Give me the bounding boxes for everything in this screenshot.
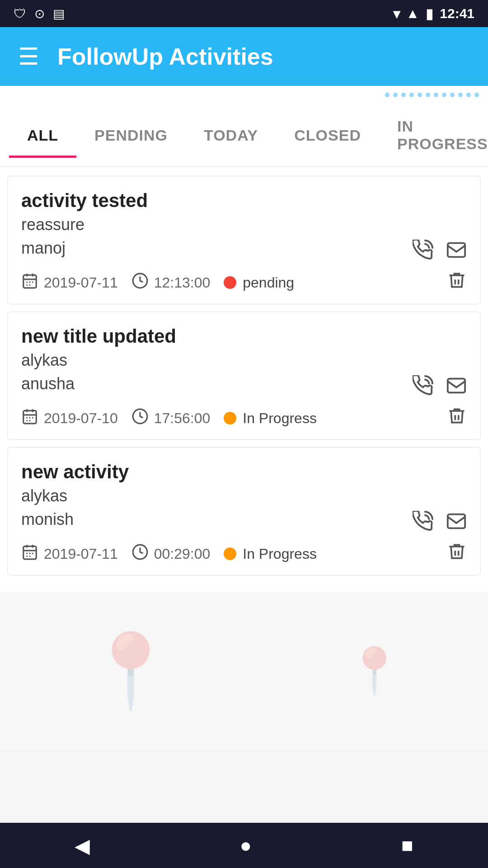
dot-2 — [393, 93, 398, 97]
dot-8 — [442, 93, 446, 97]
nav-home-button[interactable]: ● — [239, 834, 252, 857]
card-3-name-row: monish — [21, 507, 467, 532]
card-2-delete-button[interactable] — [447, 406, 467, 430]
nav-recent-button[interactable]: ■ — [401, 834, 413, 857]
activity-card-2[interactable]: new title updated alykas anusha — [7, 311, 481, 440]
card-1-name-row: manoj — [21, 236, 467, 260]
card-1-time-item: 12:13:00 — [131, 272, 211, 293]
card-2-meta-left: 2019-07-10 17:56:00 In Progress — [21, 408, 317, 429]
card-3-clock-icon — [131, 543, 149, 565]
status-bar-right: ▾ ▲ ▮ 12:41 — [393, 6, 474, 22]
card-3-email-button[interactable] — [446, 507, 467, 532]
svg-rect-12 — [448, 514, 465, 528]
bottom-nav: ◀ ● ■ — [0, 823, 488, 868]
card-3-calendar-icon — [21, 543, 38, 565]
card-3-date: 2019-07-11 — [44, 546, 118, 562]
card-3-subtitle: alykas — [21, 486, 467, 505]
card-2-clock-icon — [131, 408, 149, 429]
card-1-title: activity tested — [21, 190, 467, 212]
activities-list: activity tested reassure manoj — [0, 167, 488, 592]
dot-10 — [458, 93, 463, 97]
card-1-call-button[interactable] — [413, 236, 433, 260]
tab-all[interactable]: ALL — [9, 113, 76, 158]
pin-icon-right: 📍 — [346, 644, 403, 698]
card-1-email-button[interactable] — [446, 236, 467, 260]
tab-bar: ALL PENDING TODAY CLOSED IN PROGRESS — [0, 104, 488, 167]
dots-decoration — [385, 93, 479, 97]
card-3-person: monish — [21, 510, 74, 529]
card-3-call-button[interactable] — [413, 507, 433, 532]
dot-4 — [409, 93, 414, 97]
card-2-person: anusha — [21, 374, 75, 393]
card-2-date-item: 2019-07-10 — [21, 408, 118, 429]
card-2-title: new title updated — [21, 326, 467, 347]
card-3-icons — [413, 507, 467, 532]
card-2-status-badge: In Progress — [224, 410, 317, 427]
card-1-date-item: 2019-07-11 — [21, 272, 118, 293]
card-3-time: 00:29:00 — [154, 546, 211, 562]
activity-card-1[interactable]: activity tested reassure manoj — [7, 176, 481, 304]
card-3-meta-left: 2019-07-11 00:29:00 In Progress — [21, 543, 317, 565]
clock-display: 12:41 — [440, 6, 474, 21]
card-1-date: 2019-07-11 — [44, 274, 118, 291]
card-2-status-label: In Progress — [243, 410, 317, 427]
pin-icon-left: 📍 — [85, 628, 176, 713]
card-3-delete-button[interactable] — [447, 542, 467, 566]
svg-rect-6 — [448, 379, 465, 393]
dot-11 — [466, 93, 471, 97]
dot-3 — [401, 93, 406, 97]
dots-decoration-row — [0, 86, 488, 104]
card-3-status-badge: In Progress — [224, 546, 317, 562]
card-3-date-item: 2019-07-11 — [21, 543, 118, 565]
card-2-meta-row: 2019-07-10 17:56:00 In Progress — [21, 406, 467, 430]
card-1-status-dot — [224, 276, 236, 289]
card-1-clock-icon — [131, 272, 149, 293]
dot-12 — [474, 93, 479, 97]
dot-1 — [385, 93, 389, 97]
card-1-person: manoj — [21, 239, 66, 258]
app-title: FollowUp Activities — [57, 43, 273, 70]
svg-rect-0 — [448, 243, 465, 257]
dot-5 — [418, 93, 422, 97]
card-1-subtitle: reassure — [21, 215, 467, 234]
svg-rect-1 — [23, 275, 37, 288]
card-2-email-button[interactable] — [446, 372, 467, 396]
card-1-calendar-icon — [21, 272, 38, 293]
card-2-icons — [413, 372, 467, 396]
card-1-delete-button[interactable] — [447, 270, 467, 295]
menu-icon[interactable]: ☰ — [18, 43, 39, 70]
card-2-time: 17:56:00 — [154, 410, 211, 427]
card-3-meta-row: 2019-07-11 00:29:00 In Progress — [21, 542, 467, 566]
card-2-calendar-icon — [21, 408, 38, 429]
dot-7 — [434, 93, 438, 97]
card-1-status-label: pending — [243, 274, 294, 291]
wifi-icon: ▾ — [393, 6, 400, 22]
activity-card-3[interactable]: new activity alykas monish — [7, 447, 481, 576]
app-bar: ☰ FollowUp Activities — [0, 27, 488, 86]
dot-6 — [426, 93, 430, 97]
card-2-date: 2019-07-10 — [44, 410, 118, 427]
card-2-time-item: 17:56:00 — [131, 408, 211, 429]
sdcard-icon: ▤ — [53, 6, 65, 21]
card-1-icons — [413, 236, 467, 260]
svg-rect-7 — [23, 410, 37, 424]
card-1-meta-left: 2019-07-11 12:13:00 pending — [21, 272, 294, 293]
bottom-decoration: 📍 📍 — [0, 592, 488, 750]
card-2-name-row: anusha — [21, 372, 467, 396]
shield-icon: 🛡 — [14, 6, 26, 21]
tab-pending[interactable]: PENDING — [76, 113, 186, 158]
dot-9 — [450, 93, 455, 97]
signal-icon: ▲ — [406, 6, 420, 21]
nav-back-button[interactable]: ◀ — [75, 834, 90, 857]
card-1-meta-row: 2019-07-11 12:13:00 pending — [21, 270, 467, 295]
sync-icon: ⊙ — [34, 6, 45, 21]
tab-closed[interactable]: CLOSED — [276, 113, 379, 158]
card-1-time: 12:13:00 — [154, 274, 211, 291]
card-2-status-dot — [224, 412, 236, 425]
card-3-title: new activity — [21, 461, 467, 483]
card-2-call-button[interactable] — [413, 372, 433, 396]
status-bar-left: 🛡 ⊙ ▤ — [14, 6, 65, 21]
card-1-status-badge: pending — [224, 274, 294, 291]
tab-in-progress[interactable]: IN PROGRESS — [379, 104, 488, 166]
tab-today[interactable]: TODAY — [186, 113, 276, 158]
